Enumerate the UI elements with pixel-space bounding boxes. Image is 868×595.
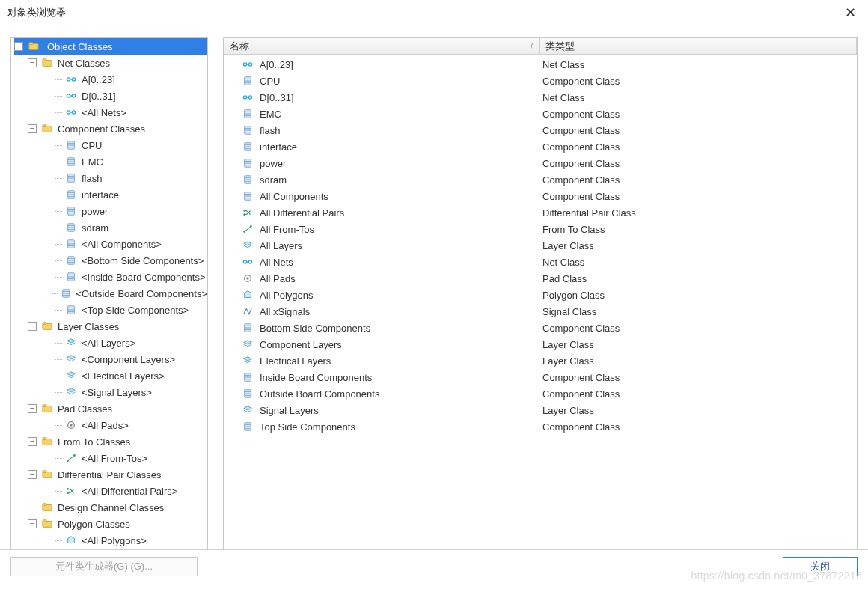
tree-item[interactable]: D[0..31] — [41, 88, 207, 104]
expand-toggle[interactable]: − — [28, 404, 37, 413]
tree-item[interactable]: −Net Classes — [28, 55, 207, 71]
close-button[interactable]: 关闭 — [783, 557, 858, 576]
list-row[interactable]: All LayersLayer Class — [224, 237, 857, 254]
list-row[interactable]: Bottom Side ComponentsComponent Class — [224, 320, 857, 336]
footer: 元件类生成器(G) (G)... 关闭 — [0, 549, 868, 583]
list-cell-name: All xSignals — [224, 305, 540, 317]
tree-item[interactable]: −Polygon Classes — [28, 516, 207, 532]
tree-label: CPU — [82, 140, 102, 151]
list-row[interactable]: Inside Board ComponentsComponent Class — [224, 369, 857, 385]
list-row[interactable]: Electrical LayersLayer Class — [224, 353, 857, 369]
tree-item[interactable]: <All Components> — [41, 236, 207, 252]
tree-label: <Signal Layers> — [82, 387, 152, 398]
tree-item[interactable]: A[0..23] — [41, 71, 207, 88]
list-row[interactable]: EMCComponent Class — [224, 106, 857, 122]
poly-icon — [242, 289, 254, 301]
tree-item[interactable]: <Outside Board Components> — [41, 285, 207, 302]
list-name-label: Inside Board Components — [260, 372, 372, 383]
list-cell-name: Top Side Components — [224, 421, 540, 433]
tree-item[interactable]: <Signal Layers> — [41, 384, 207, 400]
list-row[interactable]: D[0..31]Net Class — [224, 89, 857, 106]
spacer — [41, 141, 50, 150]
expand-toggle[interactable]: − — [28, 437, 37, 446]
list-row[interactable]: Signal LayersLayer Class — [224, 402, 857, 418]
tree-item[interactable]: <Component Layers> — [41, 351, 207, 367]
tree-item[interactable]: interface — [41, 186, 207, 203]
tree-item[interactable]: −Differential Pair Classes — [28, 466, 207, 483]
tree-label: <All From-Tos> — [82, 453, 147, 464]
list-row[interactable]: All xSignalsSignal Class — [224, 303, 857, 320]
tree-item[interactable]: <Electrical Layers> — [41, 367, 207, 384]
list-row[interactable]: Outside Board ComponentsComponent Class — [224, 385, 857, 402]
comp-icon — [65, 205, 77, 217]
tree-item[interactable]: sdram — [41, 219, 207, 236]
tree-connector — [55, 458, 62, 459]
column-header-type-label: 类类型 — [545, 40, 575, 53]
list-row[interactable]: Component LayersLayer Class — [224, 336, 857, 353]
list-row[interactable]: All NetsNet Class — [224, 254, 857, 270]
tree-item[interactable]: CPU — [41, 137, 207, 153]
tree-item[interactable]: <All Layers> — [41, 335, 207, 351]
tree-scroll[interactable]: −Object Classes−Net ClassesA[0..23]D[0..… — [11, 38, 207, 549]
tree-connector — [55, 277, 62, 278]
net-icon — [242, 256, 254, 268]
list-row[interactable]: CPUComponent Class — [224, 73, 857, 89]
tree-item[interactable]: <Top Side Components> — [41, 302, 207, 318]
list-cell-type: Component Class — [540, 388, 857, 400]
expand-toggle[interactable]: − — [28, 124, 37, 133]
tree-item[interactable]: <All Pads> — [41, 417, 207, 433]
diff-icon — [65, 485, 77, 497]
list-cell-name: interface — [224, 141, 540, 153]
tree-label: From To Classes — [58, 436, 130, 448]
tree-item[interactable]: −Component Classes — [28, 120, 207, 137]
tree-connector — [55, 195, 62, 195]
comp-icon — [65, 156, 77, 168]
tree-item[interactable]: <Bottom Side Components> — [41, 252, 207, 269]
expand-toggle[interactable]: − — [28, 470, 37, 479]
tree-item[interactable]: <All Differential Pairs> — [41, 483, 207, 499]
tree-item[interactable]: −Layer Classes — [28, 318, 207, 335]
tree-label: <All Layers> — [82, 338, 135, 349]
column-header-type[interactable]: 类类型 — [540, 38, 857, 54]
tree-connector — [55, 392, 62, 393]
tree-item[interactable]: EMC — [41, 153, 207, 170]
column-header-name[interactable]: 名称 / — [224, 38, 540, 54]
list-row[interactable]: interfaceComponent Class — [224, 138, 857, 155]
expand-toggle[interactable]: − — [28, 519, 37, 528]
list-row[interactable]: Top Side ComponentsComponent Class — [224, 418, 857, 435]
spacer — [41, 305, 50, 314]
tree-connector — [55, 425, 62, 426]
tree-root-object-classes[interactable]: −Object Classes — [14, 38, 207, 55]
list-cell-type: Layer Class — [540, 405, 857, 416]
tree-item[interactable]: <All From-Tos> — [41, 450, 207, 466]
list-cell-name: Inside Board Components — [224, 371, 540, 383]
tree-item[interactable]: flash — [41, 170, 207, 186]
tree-item[interactable]: −Pad Classes — [28, 400, 207, 417]
list-row[interactable]: flashComponent Class — [224, 122, 857, 138]
tree-item[interactable]: power — [41, 203, 207, 219]
list-row[interactable]: A[0..23]Net Class — [224, 56, 857, 73]
tree-item[interactable]: <All Nets> — [41, 104, 207, 120]
list-row[interactable]: All PolygonsPolygon Class — [224, 287, 857, 303]
list-row[interactable]: All ComponentsComponent Class — [224, 188, 857, 204]
tree-item[interactable]: −From To Classes — [28, 433, 207, 450]
tree-label: <Outside Board Components> — [76, 288, 207, 299]
spacer — [41, 239, 50, 248]
tree-item[interactable]: Design Channel Classes — [28, 499, 207, 516]
comp-icon — [65, 254, 77, 266]
list-cell-name: sdram — [224, 174, 540, 186]
list-row[interactable]: All From-TosFrom To Class — [224, 221, 857, 237]
list-row[interactable]: All PadsPad Class — [224, 270, 857, 287]
list-row[interactable]: sdramComponent Class — [224, 171, 857, 188]
expand-toggle[interactable]: − — [28, 322, 37, 331]
list-body[interactable]: A[0..23]Net ClassCPUComponent ClassD[0..… — [224, 55, 857, 549]
list-row[interactable]: powerComponent Class — [224, 155, 857, 171]
list-row[interactable]: All Differential PairsDifferential Pair … — [224, 204, 857, 221]
expand-toggle[interactable]: − — [28, 58, 37, 67]
tree-item[interactable]: <Inside Board Components> — [41, 269, 207, 285]
close-icon[interactable]: ✕ — [841, 4, 859, 21]
tree-item[interactable]: <All Polygons> — [41, 532, 207, 549]
expand-toggle[interactable]: − — [14, 42, 23, 51]
tree-panel: −Object Classes−Net ClassesA[0..23]D[0..… — [10, 37, 208, 549]
tree-label: sdram — [82, 222, 109, 234]
